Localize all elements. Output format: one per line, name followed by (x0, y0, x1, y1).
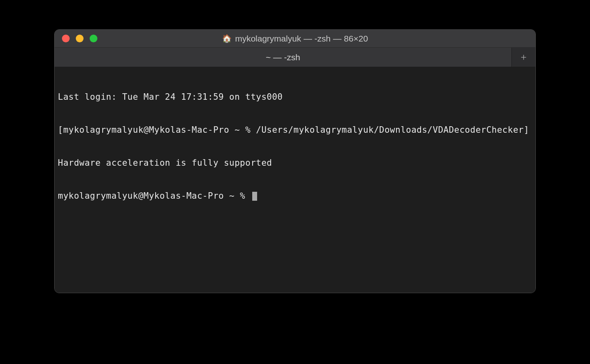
maximize-button[interactable] (90, 35, 97, 42)
tab-active[interactable]: ~ — -zsh (55, 48, 512, 67)
terminal-line-login: Last login: Tue Mar 24 17:31:59 on ttys0… (58, 92, 532, 103)
terminal-body[interactable]: Last login: Tue Mar 24 17:31:59 on ttys0… (55, 67, 535, 293)
plus-icon: + (521, 51, 527, 64)
terminal-line-output: Hardware acceleration is fully supported (58, 158, 532, 169)
title-bar[interactable]: 🏠 mykolagrymalyuk — -zsh — 86×20 (55, 30, 535, 48)
window-title: 🏠 mykolagrymalyuk — -zsh — 86×20 (55, 34, 535, 44)
terminal-prompt: mykolagrymalyuk@Mykolas-Mac-Pro ~ % (58, 191, 251, 202)
tab-label: ~ — -zsh (266, 53, 300, 62)
terminal-window: 🏠 mykolagrymalyuk — -zsh — 86×20 ~ — -zs… (54, 29, 536, 293)
traffic-lights (55, 35, 97, 42)
new-tab-button[interactable]: + (512, 48, 535, 67)
terminal-line-command: [mykolagrymalyuk@Mykolas-Mac-Pro ~ % /Us… (58, 125, 532, 136)
close-button[interactable] (62, 35, 70, 42)
home-icon: 🏠 (222, 34, 232, 43)
terminal-prompt-line: mykolagrymalyuk@Mykolas-Mac-Pro ~ % (58, 191, 532, 202)
cursor-icon (252, 192, 257, 201)
window-title-text: mykolagrymalyuk — -zsh — 86×20 (235, 34, 368, 44)
tab-bar: ~ — -zsh + (55, 48, 535, 67)
minimize-button[interactable] (76, 35, 84, 42)
